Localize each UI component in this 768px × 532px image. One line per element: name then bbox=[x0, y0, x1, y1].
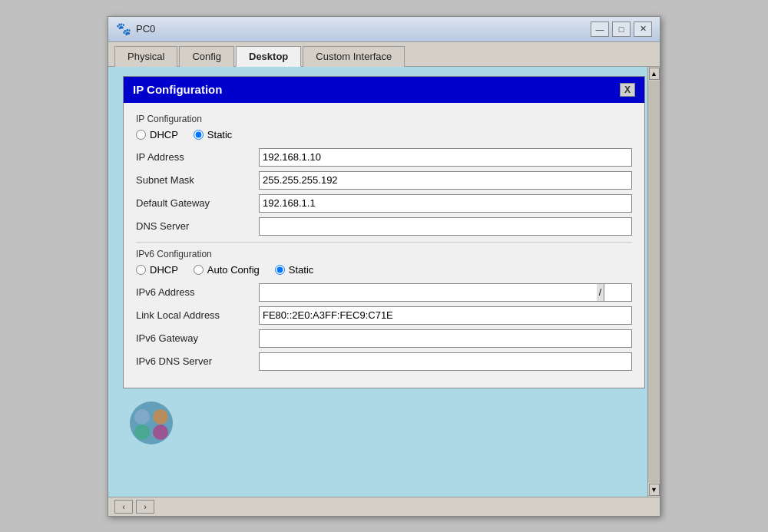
static-option[interactable]: Static bbox=[194, 129, 233, 140]
svg-point-0 bbox=[130, 401, 173, 444]
separator bbox=[136, 242, 632, 243]
dns-server-row: DNS Server bbox=[136, 217, 632, 236]
default-gateway-row: Default Gateway bbox=[136, 194, 632, 213]
subnet-mask-row: Subnet Mask bbox=[136, 171, 632, 190]
ip-configuration-dialog: IP Configuration X IP Configuration DHCP… bbox=[123, 76, 645, 388]
app-icon: 🐾 bbox=[116, 21, 131, 36]
ipv6-address-input[interactable] bbox=[259, 283, 597, 302]
dhcp-option[interactable]: DHCP bbox=[136, 129, 178, 140]
scrollbar: ▲ ▼ bbox=[647, 67, 660, 497]
content-area: IP Configuration X IP Configuration DHCP… bbox=[108, 67, 660, 497]
tab-desktop[interactable]: Desktop bbox=[236, 46, 301, 67]
ipv6-static-radio[interactable] bbox=[275, 265, 285, 275]
scroll-track bbox=[648, 81, 660, 483]
title-bar-left: 🐾 PC0 bbox=[116, 21, 155, 36]
dns-server-input[interactable] bbox=[259, 217, 632, 236]
ipv6-gateway-label: IPv6 Gateway bbox=[136, 332, 259, 344]
window-title: PC0 bbox=[136, 23, 155, 35]
ip-mode-radio-row: DHCP Static bbox=[136, 129, 632, 140]
main-window: 🐾 PC0 — □ ✕ Physical Config Desktop Cust… bbox=[108, 16, 660, 517]
dialog-title: IP Configuration bbox=[133, 83, 222, 96]
link-local-input[interactable] bbox=[259, 306, 632, 325]
dialog-title-bar: IP Configuration X bbox=[124, 77, 644, 103]
ipv6-dns-label: IPv6 DNS Server bbox=[136, 355, 259, 367]
ipv6-slash-separator: / bbox=[597, 283, 604, 302]
default-gateway-input[interactable] bbox=[259, 194, 632, 213]
ipv6-gateway-input[interactable] bbox=[259, 329, 632, 348]
dhcp-radio[interactable] bbox=[136, 130, 146, 140]
ipv6-auto-label: Auto Config bbox=[207, 264, 260, 276]
bottom-image-area bbox=[118, 396, 650, 450]
ipv6-address-label: IPv6 Address bbox=[136, 286, 259, 298]
svg-point-3 bbox=[134, 425, 150, 440]
svg-point-4 bbox=[153, 425, 168, 440]
static-label: Static bbox=[207, 129, 233, 140]
scroll-up-button[interactable]: ▲ bbox=[649, 68, 660, 80]
link-local-row: Link Local Address bbox=[136, 306, 632, 325]
ipv6-gateway-row: IPv6 Gateway bbox=[136, 329, 632, 348]
ip-address-label: IP Address bbox=[136, 151, 259, 163]
ipv6-prefix-input[interactable] bbox=[604, 283, 632, 302]
default-gateway-label: Default Gateway bbox=[136, 197, 259, 209]
title-buttons: — □ ✕ bbox=[591, 21, 652, 37]
static-radio[interactable] bbox=[194, 130, 204, 140]
ipv6-static-option[interactable]: Static bbox=[275, 264, 314, 276]
ipv6-static-label: Static bbox=[289, 264, 314, 276]
ipv6-dhcp-label: DHCP bbox=[150, 264, 178, 276]
close-window-button[interactable]: ✕ bbox=[634, 21, 652, 37]
svg-point-2 bbox=[153, 409, 168, 425]
ipv6-dns-row: IPv6 DNS Server bbox=[136, 352, 632, 371]
tab-config[interactable]: Config bbox=[179, 46, 234, 67]
link-local-label: Link Local Address bbox=[136, 309, 259, 321]
svg-point-1 bbox=[134, 409, 150, 425]
ip-address-input[interactable] bbox=[259, 148, 632, 167]
ipv6-dns-input[interactable] bbox=[259, 352, 632, 371]
ipv6-address-row: IPv6 Address / bbox=[136, 283, 632, 302]
tab-bar: Physical Config Desktop Custom Interface bbox=[108, 42, 660, 67]
ip-address-row: IP Address bbox=[136, 148, 632, 167]
pc-illustration bbox=[121, 400, 182, 446]
ipv6-dhcp-radio[interactable] bbox=[136, 265, 146, 275]
dialog-body: IP Configuration DHCP Static IP Address bbox=[124, 103, 644, 388]
minimize-button[interactable]: — bbox=[591, 21, 609, 37]
back-button[interactable]: ‹ bbox=[114, 500, 133, 514]
subnet-mask-input[interactable] bbox=[259, 171, 632, 190]
forward-button[interactable]: › bbox=[136, 500, 154, 514]
ipv6-config-section-label: IPv6 Configuration bbox=[136, 249, 632, 259]
ipv6-mode-radio-row: DHCP Auto Config Static bbox=[136, 264, 632, 276]
ipv6-auto-option[interactable]: Auto Config bbox=[194, 264, 260, 276]
ipv6-dhcp-option[interactable]: DHCP bbox=[136, 264, 178, 276]
subnet-mask-label: Subnet Mask bbox=[136, 174, 259, 186]
scroll-down-button[interactable]: ▼ bbox=[649, 484, 660, 496]
dialog-close-button[interactable]: X bbox=[620, 83, 635, 97]
tab-physical[interactable]: Physical bbox=[114, 46, 177, 67]
maximize-button[interactable]: □ bbox=[612, 21, 631, 37]
bottom-nav: ‹ › bbox=[108, 497, 660, 516]
title-bar: 🐾 PC0 — □ ✕ bbox=[108, 17, 660, 42]
dns-server-label: DNS Server bbox=[136, 220, 259, 232]
ipv6-auto-radio[interactable] bbox=[194, 265, 204, 275]
ip-config-section-label: IP Configuration bbox=[136, 114, 632, 124]
tab-custom-interface[interactable]: Custom Interface bbox=[303, 46, 405, 67]
dhcp-label: DHCP bbox=[150, 129, 178, 140]
